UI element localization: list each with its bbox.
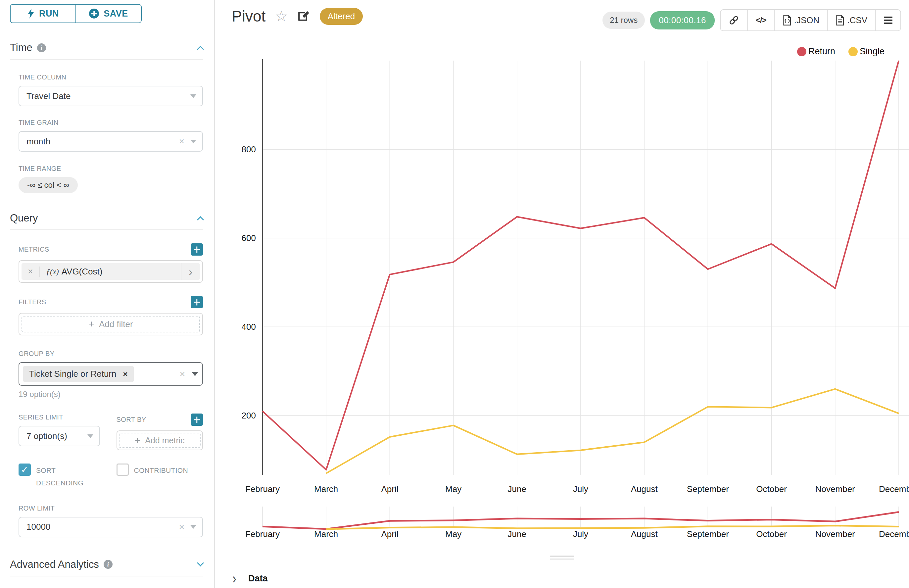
data-panel-toggle[interactable]: › Data <box>232 572 268 585</box>
svg-text:800: 800 <box>242 144 256 154</box>
clear-icon[interactable]: × <box>180 369 185 380</box>
chart-title: Pivot <box>232 7 265 25</box>
svg-text:200: 200 <box>242 410 256 420</box>
time-grain-select[interactable]: month × <box>19 131 203 152</box>
time-column-select[interactable]: Travel Date <box>19 86 203 106</box>
plus-circle-icon <box>89 9 99 19</box>
advanced-analytics-title: Advanced Analytics <box>10 559 99 570</box>
time-column-value: Travel Date <box>26 91 71 101</box>
export-json-label: .JSON <box>794 15 820 26</box>
svg-text:April: April <box>381 484 398 494</box>
data-panel-label: Data <box>248 573 268 584</box>
svg-text:June: June <box>508 529 526 539</box>
save-button[interactable]: SAVE <box>76 5 141 23</box>
svg-text:August: August <box>631 529 658 539</box>
add-sort-metric-dropzone[interactable]: + Add metric <box>119 433 200 448</box>
row-limit-label: ROW LIMIT <box>19 504 203 512</box>
metrics-label: METRICS <box>19 243 203 255</box>
run-button[interactable]: RUN <box>11 5 76 23</box>
section-divider <box>10 59 203 60</box>
brush-preview-chart[interactable]: FebruaryMarchAprilMayJuneJulyAugustSepte… <box>225 507 909 543</box>
group-by-tag: Ticket Single or Return × <box>23 366 134 382</box>
info-icon[interactable]: i <box>103 560 113 569</box>
chart-toolbar: 21 rows 00:00:00.16 </> <box>602 9 901 31</box>
plus-icon: + <box>89 318 94 330</box>
series-limit-select[interactable]: 7 option(s) <box>19 426 100 446</box>
chevron-up-icon[interactable] <box>197 46 204 53</box>
contribution-checkbox[interactable] <box>116 464 129 476</box>
sort-by-placeholder: Add metric <box>145 436 184 445</box>
svg-text:November: November <box>815 529 855 539</box>
info-icon[interactable]: i <box>37 44 46 52</box>
sort-descending-label: SORT DESCENDING <box>36 464 92 489</box>
svg-text:October: October <box>756 484 787 494</box>
function-icon: ƒ(x) <box>46 267 59 276</box>
query-section-title: Query <box>10 212 38 224</box>
favorite-star-icon[interactable]: ☆ <box>275 9 287 24</box>
add-metric-button[interactable] <box>191 243 203 255</box>
file-csv-icon <box>836 15 844 26</box>
svg-text:400: 400 <box>242 322 256 332</box>
export-csv-label: .CSV <box>847 15 867 26</box>
clear-icon[interactable]: × <box>179 522 184 532</box>
row-count-badge: 21 rows <box>602 11 645 29</box>
caret-down-icon <box>191 140 196 143</box>
export-button-group: </> .JSON .CSV <box>720 9 901 31</box>
sort-descending-checkbox[interactable]: ✓ <box>19 464 31 476</box>
section-divider <box>10 229 203 230</box>
series-limit-value: 7 option(s) <box>26 431 67 441</box>
add-sort-metric-button[interactable] <box>191 414 203 426</box>
save-button-label: SAVE <box>103 9 128 19</box>
lightning-bolt-icon <box>27 9 34 19</box>
time-range-label: TIME RANGE <box>19 165 203 173</box>
resize-handle[interactable] <box>550 556 574 561</box>
chart-menu-button[interactable] <box>875 10 900 31</box>
superset-explore-page: RUN SAVE Time i TIME COLUMN Travel Date … <box>0 0 909 588</box>
plus-icon: + <box>135 435 141 446</box>
remove-metric-icon[interactable]: × <box>21 267 40 277</box>
share-link-button[interactable] <box>721 10 747 31</box>
chevron-down-icon[interactable] <box>197 559 204 567</box>
export-json-button[interactable]: .JSON <box>774 10 828 31</box>
chart-header: Pivot ☆ Altered <box>232 7 363 25</box>
caret-down-icon <box>192 372 198 376</box>
altered-badge[interactable]: Altered <box>320 8 363 25</box>
metric-pill[interactable]: × ƒ(x) AVG(Cost) <box>21 263 181 280</box>
caret-down-icon <box>191 94 196 98</box>
svg-text:September: September <box>687 529 729 539</box>
edit-icon[interactable] <box>297 10 310 23</box>
add-filter-button[interactable] <box>191 296 203 308</box>
control-panel-sidebar: RUN SAVE Time i TIME COLUMN Travel Date … <box>0 0 214 588</box>
group-by-label: GROUP BY <box>19 350 203 357</box>
row-limit-select[interactable]: 10000 × <box>19 517 203 537</box>
svg-text:600: 600 <box>242 233 256 243</box>
line-chart[interactable]: 200400600800FebruaryMarchAprilMayJuneJul… <box>225 43 909 500</box>
view-query-button[interactable]: </> <box>747 10 774 31</box>
svg-text:July: July <box>573 484 588 494</box>
time-section-header[interactable]: Time i <box>10 42 203 53</box>
expand-metric-icon[interactable]: › <box>181 263 200 280</box>
sort-by-label: SORT BY <box>116 414 203 426</box>
svg-text:March: March <box>314 484 338 494</box>
chevron-up-icon[interactable] <box>197 216 204 223</box>
query-section-header[interactable]: Query <box>10 212 203 224</box>
chevron-right-icon: › <box>232 570 236 587</box>
advanced-analytics-header[interactable]: Advanced Analytics i <box>10 559 203 570</box>
contribution-label: CONTRIBUTION <box>134 464 188 477</box>
group-by-select[interactable]: Ticket Single or Return × × <box>19 362 203 386</box>
file-json-icon <box>783 15 791 26</box>
caret-down-icon <box>191 525 196 529</box>
time-grain-value: month <box>26 136 50 147</box>
remove-tag-icon[interactable]: × <box>123 370 128 379</box>
metric-name: AVG(Cost) <box>61 267 103 277</box>
add-filter-dropzone[interactable]: + Add filter <box>21 316 200 333</box>
time-range-pill[interactable]: -∞ ≤ col < ∞ <box>19 177 78 193</box>
clear-icon[interactable]: × <box>179 136 184 147</box>
time-column-label: TIME COLUMN <box>19 73 203 81</box>
link-icon <box>728 15 739 26</box>
section-divider <box>10 576 203 577</box>
menu-icon <box>884 16 893 24</box>
svg-text:December: December <box>879 484 909 494</box>
export-csv-button[interactable]: .CSV <box>827 10 875 31</box>
svg-text:May: May <box>445 529 462 539</box>
